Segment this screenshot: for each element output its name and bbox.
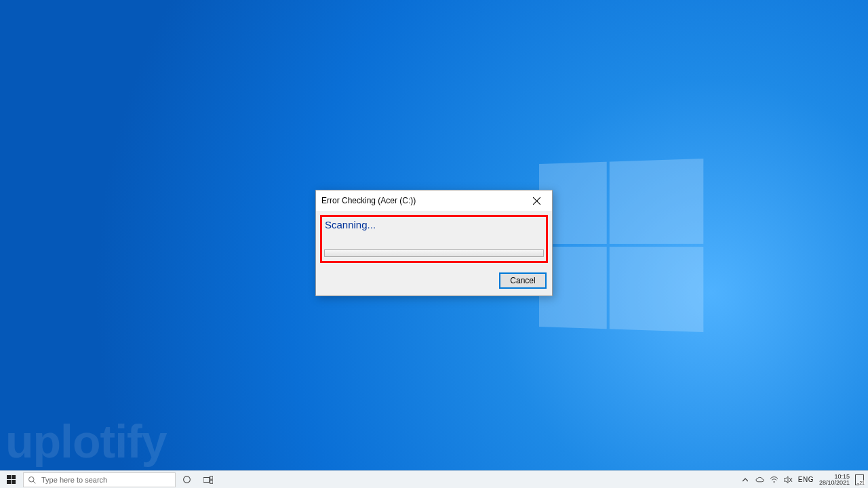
cancel-button[interactable]: Cancel bbox=[499, 272, 547, 289]
svg-rect-5 bbox=[203, 477, 210, 482]
dialog-body: Scanning... bbox=[316, 211, 552, 267]
search-icon bbox=[28, 476, 36, 484]
dialog-titlebar[interactable]: Error Checking (Acer (C:)) bbox=[316, 190, 552, 211]
search-box[interactable]: Type here to search bbox=[23, 472, 176, 487]
circle-icon bbox=[182, 475, 191, 484]
onedrive-tray-icon[interactable] bbox=[755, 475, 764, 484]
svg-rect-6 bbox=[210, 476, 213, 479]
action-center-button[interactable]: 21 bbox=[855, 475, 864, 484]
svg-line-3 bbox=[33, 481, 35, 483]
search-placeholder: Type here to search bbox=[41, 476, 107, 484]
dialog-footer: Cancel bbox=[316, 267, 552, 296]
close-button[interactable] bbox=[521, 190, 552, 211]
watermark-text: uplotify bbox=[5, 415, 167, 468]
dialog-title: Error Checking (Acer (C:)) bbox=[321, 196, 416, 205]
wifi-icon bbox=[770, 476, 778, 483]
volume-mute-icon bbox=[784, 476, 793, 484]
svg-point-2 bbox=[29, 476, 35, 482]
progress-bar bbox=[324, 249, 544, 257]
cloud-icon bbox=[755, 476, 764, 483]
svg-rect-7 bbox=[210, 480, 213, 483]
network-tray-icon[interactable] bbox=[770, 475, 778, 484]
task-view-button[interactable] bbox=[197, 471, 219, 488]
windows-icon bbox=[7, 475, 16, 484]
taskbar: Type here to search bbox=[0, 470, 868, 488]
svg-point-4 bbox=[183, 476, 190, 483]
error-checking-dialog: Error Checking (Acer (C:)) Scanning... C… bbox=[315, 190, 553, 296]
system-tray: ENG 10:15 28/10/2021 21 bbox=[741, 474, 868, 486]
close-icon bbox=[533, 197, 540, 205]
show-hidden-icons[interactable] bbox=[741, 475, 750, 484]
svg-point-8 bbox=[773, 481, 774, 483]
annotation-highlight: Scanning... bbox=[320, 215, 548, 263]
wallpaper-windows-logo bbox=[539, 159, 703, 332]
task-view-icon bbox=[203, 476, 213, 484]
chevron-up-icon bbox=[743, 478, 748, 482]
scanning-status: Scanning... bbox=[324, 219, 544, 230]
notification-badge: 21 bbox=[859, 481, 865, 485]
start-button[interactable] bbox=[0, 471, 22, 488]
language-indicator[interactable]: ENG bbox=[798, 476, 814, 483]
clock[interactable]: 10:15 28/10/2021 bbox=[819, 474, 850, 486]
clock-date: 28/10/2021 bbox=[819, 480, 850, 486]
cortana-button[interactable] bbox=[176, 471, 197, 488]
volume-tray-icon[interactable] bbox=[784, 475, 793, 484]
logo-tile bbox=[610, 247, 703, 332]
svg-marker-9 bbox=[784, 476, 788, 483]
logo-tile bbox=[610, 159, 703, 244]
